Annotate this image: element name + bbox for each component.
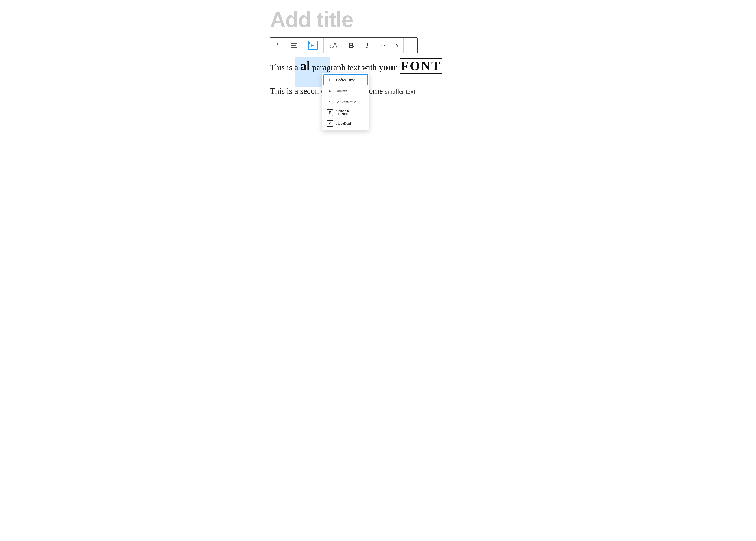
font-item-icon-stencil: F [326, 109, 333, 116]
font-item-label-liebedoni: LiebeDoni [336, 122, 351, 125]
font-size-icon: aA [330, 42, 337, 49]
font-item-label-stencil: SPRAY ME STENCIL [336, 109, 365, 116]
bold-word: your [379, 62, 397, 72]
paragraph-2: This is a secon arger and some smaller t… [270, 80, 486, 99]
align-icon [291, 43, 297, 48]
content-area: This is a al paragraph text with your FO… [270, 57, 486, 99]
font-dropdown: F CoffeeTime F Outliner F [322, 73, 369, 130]
bold-button[interactable]: B [344, 38, 359, 53]
page-title[interactable]: Add title [270, 7, 486, 32]
font-item-label-christmas: Christmas Font [336, 100, 356, 104]
more-icon: ⋮ [414, 42, 422, 49]
font-button[interactable]: F [302, 38, 324, 53]
page-wrapper: Add title ¶ F aA [259, 0, 497, 106]
align-button[interactable] [286, 38, 302, 53]
font-icon: F [308, 41, 318, 50]
italic-button[interactable]: I [359, 38, 375, 53]
more-button[interactable]: ⋮ [411, 38, 425, 53]
dropdown-item-spray-me-stencil[interactable]: F SPRAY ME STENCIL [324, 107, 368, 118]
font-item-icon-liebedoni: F [326, 120, 333, 127]
pilcrow-icon: ¶ [277, 42, 280, 49]
font-item-icon-coffee-time: F [327, 77, 334, 83]
paragraph1-text: paragraph text with [312, 63, 379, 72]
dropdown-item-outliner[interactable]: F Outliner [324, 86, 368, 96]
chevron-down-icon: ∨ [395, 43, 399, 48]
paragraph2-start: This is a secon [270, 86, 319, 96]
font-item-icon-outliner: F [326, 88, 333, 95]
toolbar-separator [403, 38, 411, 53]
script-text: al [300, 59, 310, 73]
font-size-button[interactable]: aA [324, 38, 344, 53]
font-display: FONT [399, 58, 442, 74]
link-button[interactable]: ⇔ [375, 38, 391, 53]
font-item-icon-christmas: F [326, 98, 333, 105]
italic-icon: I [366, 41, 369, 50]
smaller-text: smaller text [385, 88, 415, 95]
link-icon: ⇔ [380, 42, 385, 49]
dropdown-item-christmas-font[interactable]: F Christmas Font [324, 97, 368, 107]
pilcrow-button[interactable]: ¶ [270, 38, 286, 53]
dropdown-item-coffee-time[interactable]: F CoffeeTime [324, 74, 368, 86]
font-item-label-coffee-time: CoffeeTime [336, 78, 355, 82]
toolbar: ¶ F aA B [270, 37, 417, 53]
font-item-label-outliner: Outliner [336, 89, 347, 93]
paragraph-1: This is a al paragraph text with your FO… [270, 57, 486, 75]
bold-icon: B [349, 41, 354, 50]
chevron-button[interactable]: ∨ [391, 38, 403, 53]
dropdown-item-liebedoni[interactable]: F LiebeDoni [324, 118, 368, 129]
paragraph1-start: This is a [270, 63, 300, 72]
